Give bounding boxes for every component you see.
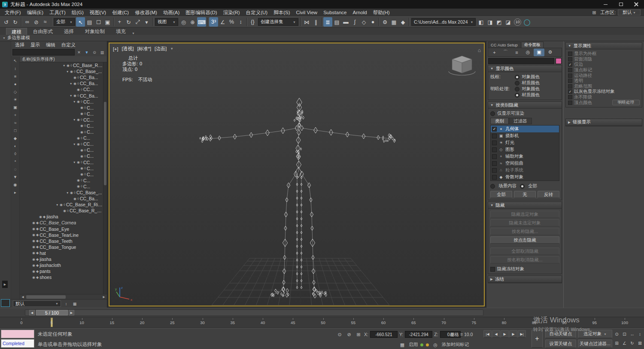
expander-icon[interactable]: ▼ (73, 100, 77, 103)
expander-icon[interactable]: ▼ (73, 143, 77, 146)
isolate-selection-icon[interactable]: ⊙ (336, 331, 343, 338)
previous-frame-button[interactable]: ◀ (29, 310, 35, 315)
property-checkbox[interactable] (568, 52, 572, 56)
ribbon-tab-选择[interactable]: 选择 (59, 28, 79, 35)
ribbon-overflow-icon[interactable]: ▼ (132, 32, 135, 35)
command-tab-create[interactable]: + (489, 49, 500, 56)
select-link-icon[interactable]: ∞ (23, 17, 32, 27)
filter-funnel-icon[interactable]: ▼ (83, 49, 90, 56)
invert-button[interactable]: 反转 (538, 191, 559, 198)
rollout-header[interactable]: ▼按类别隐藏 (488, 102, 562, 109)
menu-item-0[interactable]: 文件(F) (2, 9, 24, 16)
tree-row[interactable]: ◉◊CC... (20, 86, 107, 92)
display-geometry-icon[interactable]: ● (12, 80, 19, 87)
menu-item-10[interactable]: 自定义(U) (243, 9, 270, 16)
viewport-menu-plus[interactable]: [+] (113, 46, 118, 52)
eye-icon[interactable]: ◉ (77, 184, 80, 188)
tree-row[interactable]: ◉◆CC_Base_Tongue (20, 244, 107, 250)
expander-icon[interactable]: ▼ (70, 94, 73, 97)
use-pivot-center-icon[interactable]: ◎ (179, 17, 188, 27)
eye-icon[interactable]: ◉ (80, 106, 83, 110)
category-checkbox[interactable] (492, 134, 497, 138)
tree-row[interactable]: ◉◊C... (20, 171, 107, 178)
interactive-render-icon[interactable]: ◨ (486, 17, 495, 27)
tree-row[interactable]: ◉◊C... (20, 147, 107, 153)
tree-row[interactable]: ◉◆CC_Base_Eye (20, 226, 107, 232)
hide-button-0[interactable]: 隐藏选定对象 (490, 211, 559, 218)
fov-icon[interactable]: ∠ (621, 339, 628, 347)
maximize-button[interactable] (613, 0, 629, 9)
material-editor-icon[interactable]: ● (368, 17, 377, 27)
hierarchy-icon[interactable]: ≡ (12, 73, 19, 80)
eye-icon[interactable]: ◉ (77, 118, 80, 122)
maximize-viewport-icon[interactable]: ⊠ (636, 339, 644, 347)
eye-icon[interactable]: ◉ (32, 221, 35, 225)
tree-row[interactable]: ◉◆hat (20, 250, 107, 256)
spinner-snap-icon[interactable]: ↕ (236, 17, 245, 27)
menu-item-14[interactable]: Arnold (349, 9, 370, 16)
eye-icon[interactable]: ◉ (32, 269, 35, 273)
selection-region-icon[interactable]: ☐ (94, 17, 103, 27)
eye-icon[interactable]: ◉ (80, 130, 83, 134)
menu-item-2[interactable]: 工具(T) (46, 9, 69, 16)
eye-icon[interactable]: ◉ (77, 136, 80, 140)
snap-3d-icon[interactable]: 3³ (209, 17, 218, 27)
tree-row[interactable]: ▼◉◊CC... (20, 159, 107, 165)
hide-frozen-checkbox[interactable] (490, 267, 495, 272)
rollout-header[interactable]: ▶冻结 (488, 276, 562, 283)
property-row-4[interactable]: 运动路径 (568, 73, 640, 78)
hide-button-2[interactable]: 按名称隐藏... (490, 228, 559, 235)
lock-icon[interactable]: ⊙ (91, 49, 98, 56)
display-lights-icon[interactable]: ☀ (12, 96, 19, 103)
align-icon[interactable]: ∥ (311, 17, 320, 27)
tree-row[interactable]: ◉◊C... (20, 129, 107, 135)
next-key-icon[interactable]: ▶ (509, 330, 517, 338)
menu-item-13[interactable]: Substance (320, 9, 349, 16)
eye-icon[interactable]: ◉ (73, 197, 76, 201)
unlink-icon[interactable]: ⊘ (32, 17, 41, 27)
eye-icon[interactable]: ◉ (80, 172, 83, 176)
display-materials-icon[interactable]: ◐ (12, 142, 19, 149)
eye-icon[interactable]: ◉ (80, 124, 83, 128)
command-tab-utilities[interactable]: ⚙ (545, 49, 556, 56)
expander-icon[interactable]: ▼ (70, 82, 73, 85)
minimize-button[interactable] (598, 0, 613, 9)
eye-icon[interactable]: ◉ (77, 88, 80, 92)
category-checkbox[interactable] (492, 141, 497, 145)
zoom-region-icon[interactable]: ⊞ (613, 339, 620, 347)
ribbon-tab-填充[interactable]: 填充 (111, 28, 131, 35)
eye-icon[interactable]: ◉ (77, 142, 80, 146)
property-checkbox[interactable] (568, 79, 572, 83)
property-row-9[interactable]: 顶点颜色明暗处理 (568, 100, 640, 105)
expander-icon[interactable]: ▼ (56, 203, 60, 206)
tab-category[interactable]: 类别 (490, 118, 509, 124)
category-row-粒子系统[interactable]: ∴粒子系统 (491, 167, 559, 174)
zoom-icon[interactable]: ⊙ (613, 330, 620, 338)
tree-horizontal-scrollbar[interactable]: ◀ ▶ (20, 294, 107, 299)
absolute-mode-icon[interactable]: ⊞ (355, 331, 362, 338)
close-button[interactable] (629, 0, 644, 9)
enable-label[interactable]: 启用 (409, 342, 418, 348)
category-row-摄影机[interactable]: ▣摄影机 (491, 132, 559, 139)
tree-row[interactable]: ▼◉◊CC_Base_... (20, 68, 107, 74)
property-row-5[interactable]: 透明 (568, 78, 640, 84)
tree-row[interactable]: ◉◊C... (20, 111, 107, 117)
property-checkbox[interactable]: ✓ (568, 89, 572, 94)
property-checkbox[interactable] (568, 84, 572, 89)
hide-button-4[interactable]: 全部取消隐藏 (490, 248, 559, 255)
property-checkbox[interactable] (568, 101, 572, 105)
eye-icon[interactable]: ◉ (77, 100, 80, 104)
category-checkbox[interactable]: ✓ (492, 127, 497, 132)
edit-named-sets-icon[interactable]: {} (248, 17, 257, 27)
display-xrefs-icon[interactable]: ◆ (12, 135, 19, 141)
layer-explorer-icon[interactable]: ▤ (332, 17, 341, 27)
scene-explorer-toggle-icon[interactable]: ≣ (323, 17, 332, 27)
pin-icon[interactable]: ▸ (12, 189, 19, 196)
time-slider-track[interactable] (25, 309, 483, 316)
category-row-空间扭曲[interactable]: ≈空间扭曲 (491, 160, 559, 167)
filter-icon[interactable]: ▼ (12, 173, 19, 180)
tree-row[interactable]: ◉◆pants (20, 268, 107, 274)
viewport-menu-edgedfaces[interactable]: [边面] (155, 46, 167, 52)
scene-content-radio[interactable] (490, 184, 495, 189)
eye-icon[interactable]: ◉ (32, 239, 35, 243)
